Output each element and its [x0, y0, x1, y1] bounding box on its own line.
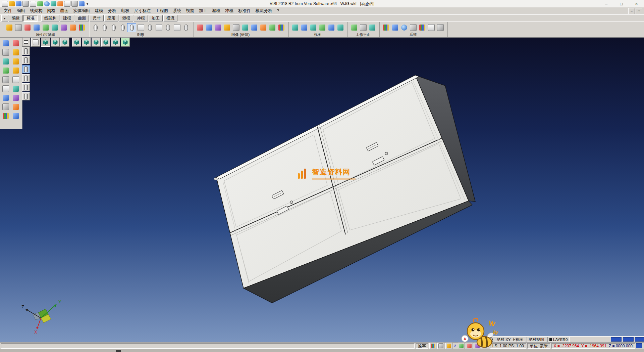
reset-filter-icon[interactable] — [77, 24, 86, 32]
color-filter-icon[interactable] — [23, 24, 32, 32]
menu-wireframe[interactable]: 线架构 — [28, 7, 45, 14]
close-button[interactable]: × — [629, 0, 644, 7]
grid-settings-icon[interactable] — [427, 24, 435, 32]
tab-wireframe[interactable]: 线架构 — [41, 15, 59, 21]
wireframe-view-icon[interactable] — [100, 24, 109, 32]
regenerate-icon[interactable] — [182, 24, 190, 32]
iso-view-icon-3[interactable] — [72, 38, 81, 47]
iso-view-icon-7[interactable] — [111, 38, 120, 47]
view-preset-button-4[interactable] — [22, 74, 30, 82]
background-icon[interactable] — [241, 24, 249, 32]
menu-mold[interactable]: 塑模 — [210, 7, 223, 14]
view-preset-button-3[interactable] — [22, 65, 30, 73]
tab-machining[interactable]: 加工 — [149, 15, 163, 21]
maximize-button[interactable]: □ — [614, 0, 629, 7]
tab-flow[interactable]: 模流 — [163, 15, 177, 21]
menu-electrode[interactable]: 电极 — [119, 7, 132, 14]
view-mode-indicator[interactable]: 绝对 XY 上视图 — [495, 337, 525, 342]
menu-dimension[interactable]: 尺寸标注 — [132, 7, 153, 14]
cabinet-3d-model[interactable] — [0, 37, 644, 342]
refresh-icon[interactable] — [51, 1, 56, 6]
isolate-element-icon[interactable] — [146, 24, 154, 32]
render-icon[interactable] — [196, 24, 204, 32]
quick-filter-icon[interactable] — [50, 24, 59, 32]
menu-edit[interactable]: 编辑 — [14, 7, 28, 14]
light-icon[interactable] — [223, 24, 231, 32]
help-icon[interactable] — [79, 1, 85, 6]
curve-edit-icon[interactable] — [1, 57, 10, 65]
calculator-icon[interactable] — [409, 24, 417, 32]
workplane-create-icon[interactable] — [350, 24, 358, 32]
menu-help[interactable]: ? — [275, 7, 282, 14]
named-view-icon[interactable] — [336, 24, 344, 32]
page-icon[interactable] — [1, 84, 10, 93]
palette-icon[interactable] — [1, 112, 10, 120]
draw-icon[interactable] — [11, 66, 20, 75]
previous-view-icon[interactable] — [327, 24, 335, 32]
menu-flow-analysis[interactable]: 模流分析 — [253, 7, 275, 14]
tab-mold[interactable]: 塑模 — [119, 15, 133, 21]
edit-point-icon[interactable] — [11, 48, 20, 56]
menu-window[interactable]: 视窗 — [183, 7, 197, 14]
menu-file[interactable]: 文件 — [1, 7, 14, 14]
view-preset-button-5[interactable] — [22, 83, 30, 91]
shaded-view-icon[interactable] — [91, 24, 100, 32]
section-view-icon[interactable] — [164, 24, 172, 32]
view-list-icon[interactable] — [21, 38, 31, 47]
current-view-cube-icon[interactable] — [41, 38, 50, 47]
tab-die[interactable]: 冲模 — [134, 15, 148, 21]
move-element-icon[interactable] — [1, 48, 10, 56]
menu-analysis[interactable]: 分析 — [106, 7, 119, 14]
zoom-fit-icon[interactable] — [291, 24, 299, 32]
units-indicator[interactable]: 单位: 毫米 — [527, 343, 550, 349]
open-file-icon[interactable] — [9, 1, 15, 6]
iso-view-icon-2[interactable] — [60, 38, 69, 47]
dynamic-hide-icon[interactable] — [118, 24, 127, 32]
zoom-window-icon[interactable] — [300, 24, 308, 32]
copy-attributes-icon[interactable] — [14, 24, 22, 32]
document-minimize-button[interactable]: – — [628, 8, 635, 14]
undo-icon[interactable] — [11, 102, 20, 111]
view-preset-button-2[interactable] — [22, 56, 30, 64]
workplane-align-icon[interactable] — [359, 24, 367, 32]
iso-view-icon-6[interactable] — [101, 38, 110, 47]
shadow-icon[interactable] — [232, 24, 240, 32]
tab-standard[interactable]: 标准 — [23, 15, 38, 21]
rotate-element-icon[interactable] — [1, 66, 10, 75]
color-table-icon[interactable] — [382, 24, 390, 32]
active-layer-indicator[interactable]: LAYER0 — [547, 337, 570, 342]
iso-view-icon-1[interactable] — [51, 38, 60, 47]
print-icon[interactable] — [22, 1, 29, 7]
tab-list-dropdown[interactable]: ▾ — [1, 15, 8, 21]
snap-lock-toggle[interactable]: 拴牢 — [416, 343, 428, 349]
menu-solid-edit[interactable]: 实体编辑 — [71, 7, 93, 14]
notes-icon[interactable] — [445, 343, 452, 349]
animation-icon[interactable] — [259, 24, 267, 32]
menu-system[interactable]: 系统 — [170, 7, 183, 14]
add-item-icon[interactable] — [37, 1, 43, 6]
tab-surface[interactable]: 曲面 — [75, 15, 89, 21]
menu-die[interactable]: 冲模 — [223, 7, 236, 14]
document-stack-icon[interactable] — [30, 1, 36, 7]
material-library-icon[interactable] — [436, 24, 444, 32]
blank-view-icon[interactable] — [31, 38, 40, 47]
taskbar-app-item[interactable] — [116, 350, 121, 352]
layer-filter-icon[interactable] — [32, 24, 41, 32]
menu-modeling[interactable]: 建模 — [93, 7, 106, 14]
absolute-view-indicator[interactable]: 绝对视图 — [527, 337, 546, 342]
delete-icon[interactable] — [11, 39, 20, 47]
attribute-brush-icon[interactable] — [68, 24, 77, 32]
snap-settings-icon[interactable] — [429, 343, 436, 349]
tab-modeling[interactable]: 建模 — [60, 15, 74, 21]
annotate-icon[interactable] — [1, 93, 10, 102]
rotate-view-icon[interactable] — [318, 24, 326, 32]
viewport-3d[interactable]: 智造资料网 — [0, 37, 644, 342]
hidden-line-icon[interactable] — [109, 24, 118, 32]
new-document-icon[interactable] — [2, 1, 8, 7]
menu-drafting[interactable]: 工程图 — [153, 7, 171, 14]
tab-dimension[interactable]: 尺寸 — [90, 15, 104, 21]
snapshot-icon[interactable] — [250, 24, 258, 32]
menu-surface[interactable]: 曲面 — [58, 7, 71, 14]
capture-icon[interactable] — [277, 24, 285, 32]
layer-icon[interactable] — [57, 1, 63, 6]
